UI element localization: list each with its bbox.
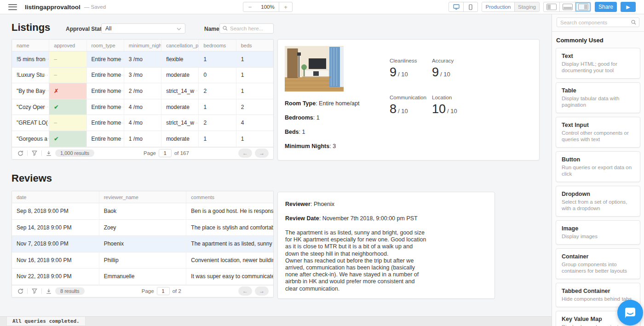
- desktop-icon[interactable]: [449, 2, 463, 11]
- cell-room-type: Entire home···: [87, 99, 124, 115]
- zoom-out-button[interactable]: −: [243, 2, 257, 11]
- table-row[interactable]: Nov 22, 2018 9:00 PM Emmanuelle It was s…: [12, 269, 273, 285]
- cell-minimum-nights: 4 /mo: [124, 115, 161, 131]
- cell-room-type: Entire home···: [87, 115, 124, 131]
- right-panel-toggle-icon[interactable]: [575, 2, 591, 11]
- refresh-icon[interactable]: [17, 287, 24, 295]
- table-row[interactable]: Sep 8, 2018 9:00 PM Baok Ben is a good h…: [12, 203, 273, 220]
- score-communication: Communication 8/ 10: [390, 95, 432, 132]
- cell-room-type: Entire home···: [87, 68, 124, 83]
- table-row[interactable]: "GREAT LO(··· – Entire home··· 4 /mo str…: [12, 115, 273, 131]
- zoom-in-button[interactable]: +: [279, 2, 292, 11]
- cell-reviewer-name: Baok: [99, 203, 187, 219]
- filter-icon[interactable]: [31, 287, 38, 295]
- production-button[interactable]: Production: [482, 2, 514, 11]
- name-filter-label: Name: [204, 26, 219, 32]
- listings-search-input[interactable]: [230, 26, 271, 31]
- prev-page-button[interactable]: ←: [238, 286, 252, 296]
- cell-name: !5 mins fron···: [12, 51, 49, 67]
- reviewer-field: Reviewer: Phoenix: [285, 201, 487, 207]
- cell-comments: The place is stylish and comfortable.···: [186, 220, 273, 236]
- table-row[interactable]: "Cozy Oper··· ✔ Entire home··· 4 /mo mod…: [12, 99, 273, 115]
- cell-approved: ✗: [49, 83, 86, 99]
- page-number-input[interactable]: [157, 287, 170, 295]
- component-card-dropdown[interactable]: Dropdown Select from a set of options, w…: [556, 186, 640, 217]
- table-row[interactable]: !5 mins fron··· – Entire home··· 3 /mo f…: [12, 51, 273, 68]
- col-date[interactable]: date: [12, 191, 99, 203]
- listings-table-header: name approved room_type minimum_nights c…: [12, 40, 273, 51]
- cell-bedrooms: 1: [199, 99, 236, 115]
- col-beds[interactable]: beds: [236, 40, 273, 51]
- panel-toggle-group: [543, 2, 591, 12]
- cell-cancellation-policy: moderate: [161, 99, 199, 115]
- col-comments[interactable]: comments: [186, 191, 273, 203]
- component-card-text[interactable]: Text Display HTML; good for documenting …: [556, 48, 640, 79]
- score-cleanliness: Cleanliness 9/ 10: [390, 58, 432, 95]
- table-row[interactable]: Sep 14, 2018 9:00 PM Zoey The place is s…: [12, 220, 273, 236]
- overflow-dots-icon: ···: [121, 88, 124, 93]
- prev-page-button[interactable]: ←: [238, 149, 252, 158]
- cell-date: Nov 7, 2018 9:00 PM: [12, 236, 99, 252]
- page-total: of 167: [174, 150, 189, 156]
- run-button[interactable]: ▶: [621, 2, 636, 12]
- col-minimum-nights[interactable]: minimum_nights: [124, 40, 161, 51]
- approval-status-dropdown[interactable]: All: [101, 23, 185, 34]
- component-card-text-input[interactable]: Text Input Control other components or q…: [556, 117, 640, 148]
- cell-bedrooms: 0: [199, 68, 236, 83]
- cell-bedrooms: 1: [199, 51, 236, 67]
- search-icon: [631, 18, 636, 27]
- table-row[interactable]: Nov 7, 2018 9:00 PM Phoenix The apartmen…: [12, 236, 273, 252]
- component-card-table[interactable]: Table Display tabular data with paginati…: [556, 82, 640, 113]
- table-row[interactable]: !Luxury Stu··· – Entire home··· 3 /mo mo…: [12, 68, 273, 84]
- components-search-input[interactable]: [560, 20, 631, 25]
- device-toggle: [448, 2, 478, 12]
- col-bedrooms[interactable]: bedrooms: [199, 40, 236, 51]
- col-name[interactable]: name: [12, 40, 49, 51]
- field-minimum-nights: Minimum Nights: 3: [285, 143, 359, 149]
- component-card-image[interactable]: Image Display images: [556, 220, 640, 245]
- component-card-button[interactable]: Button Run queries or export data on cli…: [556, 151, 640, 182]
- table-row[interactable]: Nov 16, 2018 9:00 PM Phillip Convenient …: [12, 252, 273, 269]
- hamburger-menu-icon[interactable]: [8, 4, 17, 10]
- bottom-panel-toggle-icon[interactable]: [559, 2, 575, 11]
- staging-button[interactable]: Staging: [514, 2, 539, 11]
- cell-minimum-nights: 4 /mo: [124, 99, 161, 115]
- next-page-button[interactable]: →: [255, 149, 269, 158]
- cell-reviewer-name: Zoey: [99, 220, 187, 236]
- table-row[interactable]: "Gorgeous a··· ✔ Entire home··· 1 /mo mo…: [12, 131, 273, 147]
- cell-beds: 4: [236, 115, 273, 131]
- download-icon[interactable]: [45, 287, 52, 295]
- col-room-type[interactable]: room_type: [87, 40, 124, 51]
- cell-approved: ✔: [49, 131, 86, 147]
- col-reviewer-name[interactable]: reviewer_name: [99, 191, 187, 203]
- overflow-dots-icon: ···: [121, 57, 124, 62]
- review-body-text: The apartment is as listed, sunny and br…: [285, 229, 427, 292]
- cell-beds: 1: [236, 83, 273, 99]
- commonly-used-heading: Commonly Used: [556, 37, 644, 44]
- mobile-icon[interactable]: [463, 2, 477, 11]
- cell-bedrooms: 2: [199, 115, 236, 131]
- filter-icon[interactable]: [31, 149, 38, 157]
- overflow-dots-icon: ···: [46, 57, 50, 62]
- page-total: of 2: [172, 288, 181, 294]
- cell-beds: 2: [236, 99, 273, 115]
- review-date-field: Review Date: November 7th 2018, 9:00:00 …: [285, 215, 487, 222]
- cell-comments: It was super easy to communicate wi···: [186, 269, 273, 285]
- col-cancellation-policy[interactable]: cancellation_poli...: [161, 40, 199, 51]
- component-card-container[interactable]: Container Group components into containe…: [556, 248, 640, 279]
- table-row[interactable]: "By the Bay··· ✗ Entire home··· 2 /mo st…: [12, 83, 273, 99]
- cell-date: Nov 16, 2018 9:00 PM: [12, 252, 99, 269]
- share-button[interactable]: Share: [595, 2, 617, 12]
- overflow-dots-icon: ···: [121, 136, 124, 141]
- cell-cancellation-policy: strict_14_w···: [161, 115, 199, 131]
- chat-bubble-icon[interactable]: [617, 300, 643, 326]
- results-count-badge: 1,000 results: [55, 149, 94, 157]
- search-icon: [223, 24, 228, 33]
- cell-minimum-nights: 1 /mo: [124, 131, 161, 147]
- refresh-icon[interactable]: [17, 149, 24, 157]
- page-number-input[interactable]: [159, 149, 172, 157]
- col-approved[interactable]: approved: [49, 40, 86, 51]
- left-panel-toggle-icon[interactable]: [544, 2, 559, 11]
- download-icon[interactable]: [45, 149, 52, 157]
- next-page-button[interactable]: →: [255, 286, 269, 296]
